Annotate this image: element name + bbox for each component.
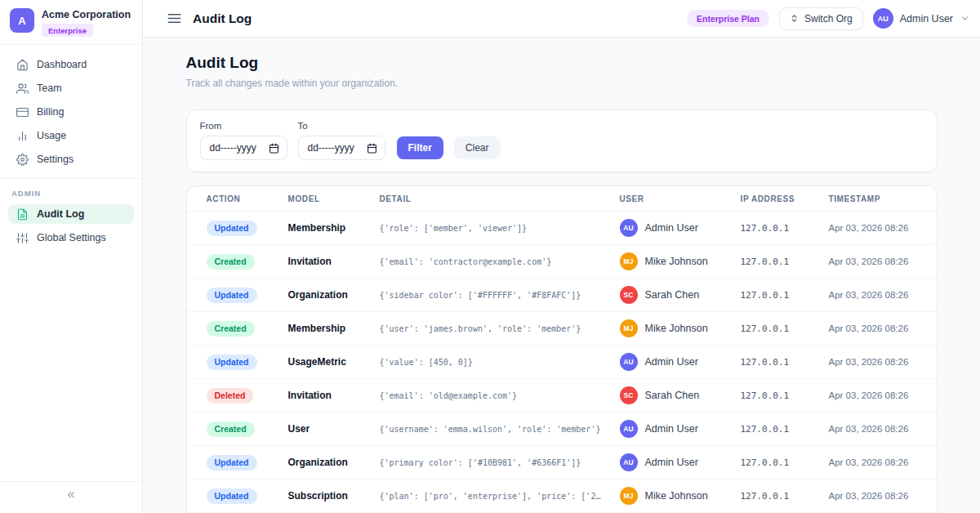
ip-address-cell: 127.0.0.1	[741, 357, 829, 368]
sidebar-item-label: Settings	[37, 154, 74, 165]
sidebar-item-label: Audit Log	[37, 208, 84, 220]
sidebar-item-billing[interactable]: Billing	[8, 102, 134, 122]
sidebar-item-label: Usage	[37, 130, 66, 141]
action-badge: Deleted	[207, 388, 254, 404]
sidebar-item-usage[interactable]: Usage	[8, 126, 134, 145]
detail-cell: {'primary_color': ['#10B981', '#6366F1']…	[380, 458, 620, 467]
ip-address-cell: 127.0.0.1	[741, 323, 829, 334]
user-name: Mike Johnson	[645, 323, 708, 334]
action-badge: Updated	[207, 488, 257, 505]
ip-address-cell: 127.0.0.1	[741, 491, 829, 502]
user-avatar: AU	[620, 420, 638, 438]
sidebar-admin-nav: Audit LogGlobal Settings	[0, 204, 142, 252]
sidebar-item-team[interactable]: Team	[8, 78, 134, 98]
ip-address-cell: 127.0.0.1	[741, 290, 829, 301]
model-cell: Subscription	[288, 490, 380, 502]
detail-cell: {'email': 'contractor@example.com'}	[380, 257, 620, 266]
detail-cell: {'email': 'old@example.com'}	[380, 391, 620, 400]
topbar: Audit Log Enterprise Plan Switch Org AU …	[143, 0, 980, 38]
org-avatar: A	[10, 8, 34, 33]
user-avatar: AU	[620, 219, 638, 237]
user-name: Sarah Chen	[645, 289, 700, 301]
table-row: Updated Organization {'primary_color': […	[187, 446, 937, 480]
timestamp-cell: Apr 03, 2026 08:26	[829, 323, 917, 333]
table-row: Created User {'username': 'emma.wilson',…	[187, 413, 937, 446]
collapse-icon: «	[68, 487, 75, 501]
chevron-down-icon	[960, 13, 970, 24]
admin-section-label: ADMIN	[0, 179, 142, 204]
sidebar: A Acme Corporation Enterprise DashboardT…	[0, 0, 143, 513]
table-row: Updated Organization {'sidebar_color': […	[187, 279, 937, 312]
user-avatar: AU	[620, 453, 638, 471]
user-cell: AU Admin User	[620, 353, 741, 371]
sidebar-item-settings[interactable]: Settings	[8, 149, 134, 169]
plan-badge: Enterprise Plan	[687, 10, 769, 27]
model-cell: Organization	[288, 457, 380, 468]
page-subtitle: Track all changes made within your organ…	[186, 78, 938, 89]
global-settings-icon	[16, 232, 29, 244]
column-header: IP ADDRESS	[741, 194, 829, 203]
user-menu[interactable]: AU Admin User	[873, 8, 970, 29]
model-cell: Membership	[288, 222, 380, 234]
detail-cell: {'sidebar_color': ['#FFFFFF', '#F8FAFC']…	[380, 291, 620, 300]
detail-cell: {'user': 'james.brown', 'role': 'member'…	[380, 324, 620, 333]
org-plan-badge: Enterprise	[42, 24, 93, 37]
model-cell: Invitation	[288, 390, 380, 401]
ip-address-cell: 127.0.0.1	[741, 256, 829, 267]
user-cell: SC Sarah Chen	[620, 386, 741, 404]
to-date-input[interactable]: dd-----yyyy	[298, 136, 385, 160]
user-name: Sarah Chen	[645, 390, 700, 401]
ip-address-cell: 127.0.0.1	[741, 223, 829, 234]
action-badge: Updated	[207, 221, 257, 237]
user-name: Admin User	[645, 457, 698, 468]
sidebar-collapse-button[interactable]: «	[0, 481, 142, 513]
timestamp-cell: Apr 03, 2026 08:26	[829, 491, 917, 501]
table-row: Updated Subscription {'plan': ['pro', 'e…	[187, 480, 937, 513]
column-header: TIMESTAMP	[829, 194, 917, 203]
action-badge: Updated	[207, 455, 257, 471]
table-header: ACTIONMODELDETAILUSERIP ADDRESSTIMESTAMP	[187, 186, 937, 212]
sidebar-item-label: Dashboard	[37, 59, 87, 70]
table-row: Updated Membership {'role': ['member', '…	[187, 212, 937, 245]
from-date-input[interactable]: dd-----yyyy	[200, 136, 287, 160]
content-area: Audit Log Track all changes made within …	[143, 38, 980, 513]
sidebar-nav: DashboardTeamBillingUsageSettings	[0, 45, 142, 173]
model-cell: User	[288, 423, 380, 435]
action-badge: Updated	[207, 355, 257, 371]
user-cell: MJ Mike Johnson	[620, 487, 741, 505]
filter-button[interactable]: Filter	[397, 136, 443, 159]
sidebar-item-label: Global Settings	[37, 232, 106, 243]
team-icon	[16, 83, 29, 95]
column-header: ACTION	[207, 194, 288, 203]
table-row: Deleted Invitation {'email': 'old@exampl…	[187, 379, 937, 413]
calendar-icon[interactable]	[367, 143, 377, 154]
user-cell: MJ Mike Johnson	[620, 252, 741, 270]
sidebar-item-global-settings[interactable]: Global Settings	[8, 228, 134, 248]
sidebar-item-label: Billing	[37, 106, 64, 118]
calendar-icon[interactable]	[269, 143, 279, 154]
hamburger-menu-button[interactable]	[167, 11, 182, 26]
timestamp-cell: Apr 03, 2026 08:26	[829, 390, 917, 400]
audit-log-icon	[16, 208, 29, 221]
clear-button[interactable]: Clear	[454, 136, 501, 159]
column-header: MODEL	[288, 194, 380, 203]
timestamp-cell: Apr 03, 2026 08:26	[829, 256, 917, 266]
user-name: Admin User	[645, 423, 698, 435]
user-cell: AU Admin User	[620, 420, 741, 438]
user-avatar: MJ	[620, 252, 638, 270]
sidebar-item-audit-log[interactable]: Audit Log	[8, 204, 134, 224]
table-body: Updated Membership {'role': ['member', '…	[187, 212, 937, 513]
timestamp-cell: Apr 03, 2026 08:26	[829, 223, 917, 233]
model-cell: Invitation	[288, 256, 380, 267]
column-header: DETAIL	[380, 194, 620, 203]
action-badge: Created	[207, 254, 255, 270]
audit-log-table: ACTIONMODELDETAILUSERIP ADDRESSTIMESTAMP…	[186, 185, 938, 513]
hamburger-icon	[167, 11, 182, 26]
sidebar-item-dashboard[interactable]: Dashboard	[8, 55, 134, 74]
user-avatar: AU	[873, 8, 893, 29]
table-row: Created Membership {'user': 'james.brown…	[187, 312, 937, 346]
switch-org-button[interactable]: Switch Org	[779, 7, 863, 30]
user-avatar: SC	[620, 286, 638, 304]
usage-icon	[16, 130, 29, 142]
table-row: Created Invitation {'email': 'contractor…	[187, 245, 937, 279]
